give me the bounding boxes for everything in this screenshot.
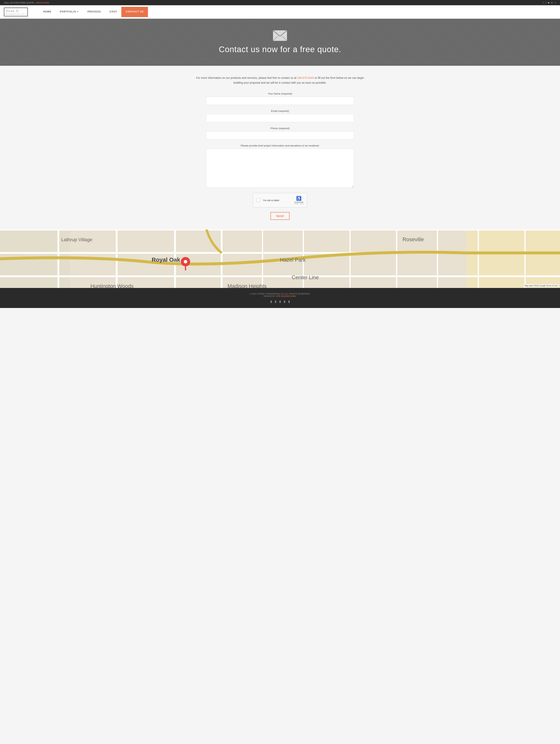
nav-links: HOME PORTFOLIO ▼ PROCESS COST CONTACT US xyxy=(39,7,556,17)
intro-paragraph: For more information on our products and… xyxy=(193,75,367,85)
logo[interactable]: three D RENDERING CO. xyxy=(4,5,31,19)
yt-icon[interactable]: ■ xyxy=(548,1,549,4)
intro-text: For more information on our products and… xyxy=(196,76,297,79)
logo-sub: RENDERING CO. xyxy=(6,13,26,15)
contact-form: Your Name (required) Email (required) Ph… xyxy=(206,92,354,220)
name-input[interactable] xyxy=(206,97,354,105)
nav-process[interactable]: PROCESS xyxy=(83,7,105,17)
fb-icon[interactable]:  xyxy=(543,1,544,4)
svg-text:Center Line: Center Line xyxy=(292,274,319,281)
tw-icon[interactable]:  xyxy=(546,1,547,4)
svg-text:Lathrup Village: Lathrup Village xyxy=(61,237,92,242)
top-bar-cta: CALL US FOR A FREE QUOTE - 248.675.5444 xyxy=(4,2,49,4)
phone-input[interactable] xyxy=(206,131,354,140)
recaptcha-brand: reCAPTCHA xyxy=(294,201,304,203)
name-group: Your Name (required) xyxy=(206,92,354,105)
hero-heading: Contact us now for a free quote. xyxy=(4,45,556,54)
hero-section: Contact us now for a free quote. xyxy=(0,19,560,66)
footer-copyright: © 2016 THREE D RENDERING CO. ALL RIGHTS … xyxy=(4,293,556,295)
captcha-checkbox[interactable] xyxy=(256,198,261,202)
nav-portfolio[interactable]: PORTFOLIO ▼ xyxy=(55,7,83,17)
recaptcha-icon: ♿ xyxy=(296,196,302,201)
houzz-icon[interactable]: ⌂ xyxy=(555,1,556,4)
send-wrapper: Send xyxy=(206,212,354,220)
map-attribution: Map data ©2016 Google Terms of Use xyxy=(524,284,558,287)
svg-text:Roseville: Roseville xyxy=(402,236,424,243)
footer-yt-icon[interactable]: ▮ xyxy=(279,300,281,303)
footer-social: ▮ ▮ ▮ ▮ ▮ xyxy=(4,300,556,303)
svg-text:Royal Oak: Royal Oak xyxy=(152,256,180,263)
name-label: Your Name (required) xyxy=(206,92,354,95)
intro-phone[interactable]: 248.675.5444 xyxy=(297,76,314,79)
map-svg: Beverly Hills Berkley Lathrup Village Ro… xyxy=(0,230,560,288)
svg-text:St Clair Shores: St Clair Shores xyxy=(473,230,514,231)
email-group: Email (required) xyxy=(206,110,354,122)
nav-contact[interactable]: CONTACT US xyxy=(121,7,148,17)
footer-design: DESIGN BY SITE DESIGN GURU xyxy=(4,295,556,297)
email-input[interactable] xyxy=(206,114,354,122)
message-label: Please provide brief project information… xyxy=(206,144,354,147)
send-button[interactable]: Send xyxy=(271,212,289,220)
svg-text:Huntington Woods: Huntington Woods xyxy=(90,283,133,288)
footer-pin-icon[interactable]: ▮ xyxy=(284,300,285,303)
footer-fb-icon[interactable]: ▮ xyxy=(270,300,272,303)
svg-text:Madison Heights: Madison Heights xyxy=(228,283,267,288)
footer: © 2016 THREE D RENDERING CO. ALL RIGHTS … xyxy=(0,288,560,308)
message-textarea[interactable] xyxy=(206,149,354,188)
top-bar-social:   ■ ✯ ⌂ xyxy=(543,1,556,4)
email-label: Email (required) xyxy=(206,110,354,112)
captcha-wrapper: I'm not a robot ♿ reCAPTCHA Privacy - Te… xyxy=(206,193,354,208)
footer-design-link[interactable]: SITE DESIGN GURU xyxy=(276,295,296,297)
phone-group: Phone (required) xyxy=(206,127,354,140)
map-section: Beverly Hills Berkley Lathrup Village Ro… xyxy=(0,230,560,288)
svg-rect-5 xyxy=(467,230,560,288)
svg-text:Hazel Park: Hazel Park xyxy=(280,257,306,263)
main-nav: three D RENDERING CO. HOME PORTFOLIO ▼ P… xyxy=(0,5,560,19)
recaptcha-links: Privacy - Terms xyxy=(294,203,304,204)
message-group: Please provide brief project information… xyxy=(206,144,354,188)
pin-icon[interactable]: ✯ xyxy=(551,1,553,4)
envelope-icon xyxy=(273,30,287,41)
cta-text: CALL US FOR A FREE QUOTE - xyxy=(4,2,36,4)
svg-point-44 xyxy=(184,260,187,263)
top-bar: CALL US FOR A FREE QUOTE - 248.675.5444 … xyxy=(0,0,560,5)
captcha-label: I'm not a robot xyxy=(263,199,291,202)
logo-box: three D RENDERING CO. xyxy=(4,8,28,16)
nav-home[interactable]: HOME xyxy=(39,7,55,17)
nav-cost[interactable]: COST xyxy=(105,7,121,17)
captcha-logo: ♿ reCAPTCHA Privacy - Terms xyxy=(294,196,304,204)
map-bg: Beverly Hills Berkley Lathrup Village Ro… xyxy=(0,230,560,288)
phone-label: Phone (required) xyxy=(206,127,354,130)
top-bar-phone[interactable]: 248.675.5444 xyxy=(36,2,49,4)
footer-tw-icon[interactable]: ▮ xyxy=(275,300,277,303)
captcha-box: I'm not a robot ♿ reCAPTCHA Privacy - Te… xyxy=(253,193,307,208)
footer-houzz-icon[interactable]: ▮ xyxy=(288,300,290,303)
